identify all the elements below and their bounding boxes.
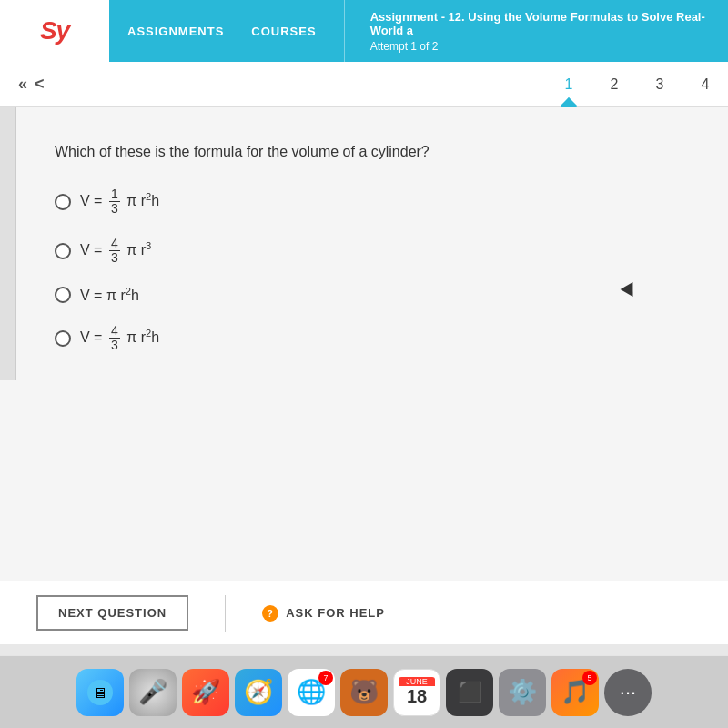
main-content: Which of these is the formula for the vo… xyxy=(0,107,728,581)
dock-music[interactable]: 🎵 5 xyxy=(551,669,599,716)
question-numbers: 1 2 3 4 xyxy=(546,62,728,106)
courses-nav[interactable]: COURSES xyxy=(251,25,316,38)
ask-help-button[interactable]: ? ASK FOR HELP xyxy=(262,605,385,622)
dock: 🖥 🎤 🚀 🧭 🌐 7 🐻 JUNE 18 ⬛ ⚙️ 🎵 5 ··· xyxy=(0,655,728,728)
question-number-4[interactable]: 4 xyxy=(682,62,728,106)
option-a-label: V = 13 π r2h xyxy=(80,187,159,217)
side-panel xyxy=(0,107,16,380)
radio-b[interactable] xyxy=(55,243,71,259)
nav-row: « < 1 2 3 4 xyxy=(0,62,728,107)
radio-c[interactable] xyxy=(55,287,71,303)
option-d[interactable]: V = 43 π r2h xyxy=(55,324,673,353)
question-number-3[interactable]: 3 xyxy=(637,62,682,106)
bottom-bar: NEXT QUESTION ? ASK FOR HELP xyxy=(0,581,728,644)
option-c[interactable]: V = π r2h xyxy=(55,286,673,304)
chrome-badge: 7 xyxy=(318,671,333,685)
help-icon: ? xyxy=(262,605,278,622)
ask-help-label: ASK FOR HELP xyxy=(286,606,385,620)
nav-arrows: « < xyxy=(18,75,45,94)
music-badge: 5 xyxy=(582,671,597,685)
question-number-1[interactable]: 1 xyxy=(546,62,592,106)
dock-launchpad[interactable]: 🚀 xyxy=(182,669,229,716)
dock-chrome[interactable]: 🌐 7 xyxy=(288,669,335,716)
dock-settings[interactable]: ⚙️ xyxy=(499,669,546,716)
dock-siri[interactable]: 🎤 xyxy=(129,669,177,716)
dock-safari[interactable]: 🧭 xyxy=(235,669,282,716)
option-d-label: V = 43 π r2h xyxy=(80,324,159,353)
nav-divider xyxy=(344,0,345,62)
svg-text:🖥: 🖥 xyxy=(93,685,107,701)
option-b[interactable]: V = 43 π r3 xyxy=(55,237,673,266)
dock-finder[interactable]: 🖥 xyxy=(76,669,124,716)
radio-d[interactable] xyxy=(55,330,71,347)
dock-more[interactable]: ··· xyxy=(604,669,652,716)
assignments-nav[interactable]: ASSIGNMENTS xyxy=(127,25,224,38)
option-a[interactable]: V = 13 π r2h xyxy=(55,187,673,217)
assignment-title: Assignment - 12. Using the Volume Formul… xyxy=(370,10,712,37)
back-double-button[interactable]: « xyxy=(18,75,27,94)
dock-notes[interactable]: 🐻 xyxy=(340,669,388,716)
option-b-label: V = 43 π r3 xyxy=(80,237,151,266)
assignment-attempt: Attempt 1 of 2 xyxy=(370,40,712,53)
back-single-button[interactable]: < xyxy=(35,75,45,94)
logo-area: Sy xyxy=(0,0,109,62)
option-c-label: V = π r2h xyxy=(80,286,139,304)
next-question-button[interactable]: NEXT QUESTION xyxy=(36,595,188,631)
question-text: Which of these is the formula for the vo… xyxy=(55,144,673,160)
question-number-2[interactable]: 2 xyxy=(592,62,637,106)
dock-calendar[interactable]: JUNE 18 xyxy=(393,669,440,716)
radio-a[interactable] xyxy=(55,194,71,210)
assignment-info: Assignment - 12. Using the Volume Formul… xyxy=(354,10,728,53)
dock-apps[interactable]: ⬛ xyxy=(446,669,493,716)
top-bar: Sy ASSIGNMENTS COURSES Assignment - 12. … xyxy=(0,0,728,62)
bottom-divider xyxy=(225,595,226,632)
options-list: V = 13 π r2h V = 43 π r3 V = π r2h V = 4… xyxy=(55,187,673,353)
nav-section: ASSIGNMENTS COURSES xyxy=(109,0,335,62)
logo: Sy xyxy=(40,16,69,46)
